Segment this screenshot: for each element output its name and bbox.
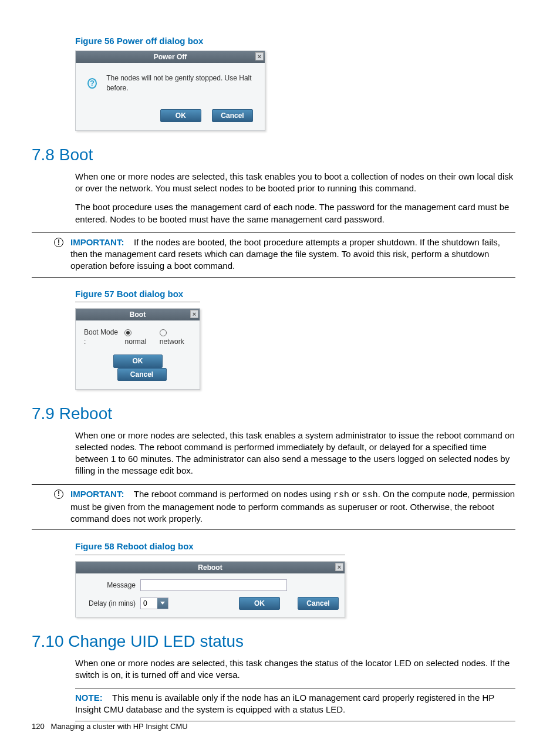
figure-57-caption: Figure 57 Boot dialog box: [75, 288, 200, 302]
figure-56-dialog: Power Off × ? The nodes will not be gent…: [75, 50, 265, 131]
important-label: IMPORTANT:: [70, 237, 124, 247]
cancel-button[interactable]: Cancel: [212, 109, 253, 122]
dialog-title: Power Off ×: [76, 51, 265, 63]
important-reboot: ! IMPORTANT: The reboot command is perfo…: [32, 488, 515, 525]
message-input[interactable]: [140, 579, 287, 591]
boot-para-1: When one or more nodes are selected, thi…: [75, 171, 515, 195]
section-heading-uid: 7.10 Change UID LED status: [32, 630, 515, 653]
divider: [32, 277, 515, 278]
cancel-button[interactable]: Cancel: [298, 597, 339, 610]
section-heading-boot: 7.8 Boot: [32, 144, 515, 166]
radio-normal-label: normal: [124, 337, 146, 346]
important-text-a: The reboot command is performed on nodes…: [134, 489, 333, 499]
figure-58-caption: Figure 58 Reboot dialog box: [75, 541, 345, 555]
radio-network-label: network: [160, 337, 184, 346]
radio-normal[interactable]: normal: [124, 328, 153, 346]
note-text: This menu is available only if the node …: [75, 693, 494, 714]
page-number: 120: [32, 722, 45, 731]
figure-57-dialog: Boot × Boot Mode : normal network OK Can…: [75, 308, 200, 390]
page-footer: 120 Managing a cluster with HP Insight C…: [32, 721, 188, 732]
code-rsh: rsh: [333, 490, 349, 500]
boot-para-2: The boot procedure uses the management c…: [75, 201, 515, 225]
message-label: Message: [82, 580, 136, 590]
important-body: IMPORTANT: If the nodes are booted, the …: [70, 237, 515, 272]
important-icon: !: [54, 238, 63, 247]
divider: [32, 529, 515, 530]
dialog-title-text: Power Off: [154, 53, 187, 61]
code-ssh: ssh: [362, 490, 378, 500]
uid-para-1: When one or more nodes are selected, thi…: [75, 657, 515, 681]
divider: [75, 688, 515, 688]
delay-label: Delay (in mins): [82, 599, 136, 608]
boot-mode-label: Boot Mode :: [84, 328, 119, 346]
dialog-title: Boot ×: [76, 309, 200, 320]
important-label: IMPORTANT:: [70, 489, 124, 499]
important-boot: ! IMPORTANT: If the nodes are booted, th…: [32, 237, 515, 272]
delay-value: 0: [141, 599, 157, 608]
figure-58-dialog: Reboot × Message Delay (in mins) 0 OK Ca…: [75, 561, 345, 617]
uid-note: NOTE: This menu is available only if the…: [75, 692, 515, 716]
close-icon[interactable]: ×: [335, 563, 343, 571]
cancel-button[interactable]: Cancel: [117, 368, 167, 381]
chevron-down-icon[interactable]: [157, 598, 168, 609]
section-heading-reboot: 7.9 Reboot: [32, 403, 515, 425]
ok-button[interactable]: OK: [239, 597, 280, 610]
chapter-title: Managing a cluster with HP Insight CMU: [51, 722, 188, 731]
dialog-title-text: Boot: [130, 310, 146, 319]
figure-56-caption: Figure 56 Power off dialog box: [75, 35, 515, 47]
important-body: IMPORTANT: The reboot command is perform…: [70, 488, 515, 525]
help-icon: ?: [87, 78, 97, 89]
close-icon[interactable]: ×: [190, 310, 198, 318]
dialog-title-text: Reboot: [198, 563, 222, 572]
reboot-para-1: When one or more nodes are selected, thi…: [75, 430, 515, 477]
important-text: If the nodes are booted, the boot proced…: [70, 237, 500, 271]
divider: [32, 484, 515, 485]
important-icon: !: [54, 490, 63, 499]
radio-network[interactable]: network: [160, 328, 191, 346]
important-text-b: or: [349, 489, 362, 499]
divider: [32, 232, 515, 233]
delay-spinner[interactable]: 0: [140, 598, 168, 609]
dialog-message: The nodes will not be gently stopped. Us…: [106, 73, 253, 92]
close-icon[interactable]: ×: [255, 52, 264, 60]
note-label: NOTE:: [75, 693, 103, 703]
ok-button[interactable]: OK: [113, 355, 163, 367]
ok-button[interactable]: OK: [160, 109, 201, 122]
dialog-title: Reboot ×: [76, 562, 345, 573]
